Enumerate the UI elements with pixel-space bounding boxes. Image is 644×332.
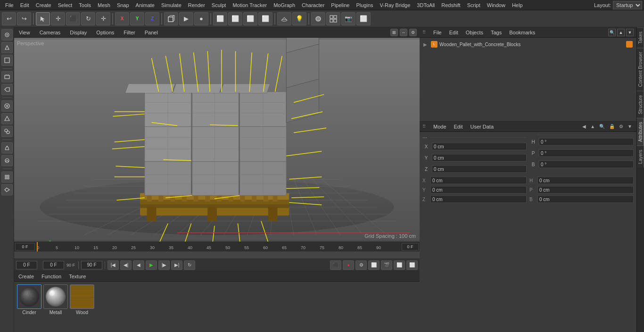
mat-menu-texture[interactable]: Texture (67, 273, 87, 280)
move-tool[interactable]: ✛ (51, 12, 65, 25)
attr-settings[interactable]: ⚙ (618, 124, 625, 129)
keyframe-btn[interactable]: ⬛ (330, 260, 341, 270)
attr-menu-mode[interactable]: Mode (432, 123, 448, 130)
floor-btn[interactable] (277, 12, 291, 25)
attr-input-x-pos[interactable] (432, 143, 527, 150)
menu-redshift[interactable]: Redshift (438, 1, 463, 9)
timeline-view-btn[interactable]: ⬜ (394, 260, 405, 270)
attr-lock[interactable]: 🔒 (608, 124, 616, 129)
left-tool-live[interactable] (1, 71, 13, 82)
menu-sculpt[interactable]: Sculpt (208, 1, 230, 9)
y-axis-btn[interactable]: Y (130, 12, 144, 25)
prev-play-btn[interactable]: ◀ (133, 260, 144, 270)
z-axis-btn[interactable]: Z (145, 12, 159, 25)
left-tool-9[interactable] (1, 184, 13, 195)
extra-btn[interactable]: ⬜ (356, 12, 371, 25)
objects-menu-tags[interactable]: Tags (489, 29, 503, 36)
menu-help[interactable]: Help (509, 1, 526, 9)
undo-button[interactable]: ↩ (2, 12, 16, 25)
vtab-structure[interactable]: Structure (637, 91, 644, 118)
render-to[interactable]: ⬜ (243, 12, 257, 25)
select-tool[interactable] (36, 12, 50, 25)
record-anim-btn[interactable]: ● (343, 260, 354, 270)
attr-menu-userdata[interactable]: User Data (469, 123, 495, 130)
menu-file[interactable]: File (2, 1, 17, 9)
left-tool-6[interactable] (1, 142, 13, 154)
timeline-track[interactable] (14, 251, 420, 259)
left-tool-5[interactable] (1, 126, 13, 137)
viewport-menu-view[interactable]: View (17, 29, 32, 36)
layout-select[interactable]: Startup (613, 1, 642, 9)
frame-start-input[interactable] (16, 261, 37, 269)
auto-key-btn[interactable]: ⚙ (355, 260, 367, 270)
menu-select[interactable]: Select (55, 1, 76, 9)
vtab-takes[interactable]: Takes (637, 27, 644, 48)
timeline-key-btn[interactable]: ⬜ (368, 260, 380, 270)
material-btn[interactable] (311, 12, 325, 25)
render-view[interactable]: ⬜ (228, 12, 242, 25)
attr-input-y2[interactable] (430, 186, 527, 194)
vp-expand[interactable]: ↔ (400, 29, 407, 36)
left-tool-7[interactable] (1, 155, 13, 166)
material-wood[interactable]: Wood (70, 284, 94, 315)
play-btn-main[interactable]: ▶ (146, 260, 157, 270)
vp-settings[interactable]: ⚙ (409, 29, 417, 36)
viewport-menu-filter[interactable]: Filter (122, 29, 137, 36)
left-tool-polygons[interactable] (1, 55, 13, 66)
object-color-pallet[interactable] (626, 41, 633, 48)
attr-search[interactable]: 🔍 (598, 124, 606, 129)
menu-simulate[interactable]: Simulate (158, 1, 185, 9)
objects-menu-objects[interactable]: Objects (464, 29, 485, 36)
cube-btn[interactable] (164, 12, 178, 25)
vtab-content-browser[interactable]: Content Browser (637, 48, 644, 90)
viewport-menu-options[interactable]: Options (94, 29, 116, 36)
viewport-menu-panel[interactable]: Panel (143, 29, 160, 36)
attr-input-z2[interactable] (430, 195, 527, 203)
objects-search[interactable]: 🔍 (608, 29, 616, 36)
mat-menu-function[interactable]: Function (40, 273, 63, 280)
objects-more[interactable]: ▼ (626, 29, 634, 36)
viewport-menu-cameras[interactable]: Cameras (38, 29, 63, 36)
objects-menu-edit[interactable]: Edit (448, 29, 460, 36)
menu-mesh[interactable]: Mesh (94, 1, 114, 9)
mat-menu-create[interactable]: Create (17, 273, 35, 280)
menu-snap[interactable]: Snap (114, 1, 132, 9)
frame-current-input[interactable] (43, 261, 64, 269)
rotate-tool[interactable]: ↻ (81, 12, 95, 25)
object-row-pallet[interactable]: ▶ L Wooden_Pallet_with_Concrete_Blocks (421, 40, 635, 49)
menu-vray[interactable]: V-Ray Bridge (377, 1, 414, 9)
frame-end-input[interactable] (81, 261, 102, 269)
camera-btn[interactable]: 📷 (341, 12, 355, 25)
menu-motion-tracker[interactable]: Motion Tracker (229, 1, 270, 9)
play-btn-2[interactable]: ▶ (179, 12, 193, 25)
vp-maximize[interactable]: ⊠ (390, 29, 398, 36)
viewport-menu-display[interactable]: Display (68, 29, 89, 36)
objects-sort[interactable]: ▲ (617, 29, 625, 36)
redo-button[interactable]: ↪ (17, 12, 31, 25)
timeline-ruler[interactable]: 0 5 10 15 20 25 30 35 40 45 50 55 60 65 (14, 242, 420, 251)
attr-more[interactable]: ▼ (626, 124, 634, 129)
render-timeline-btn[interactable]: ⬜ (406, 260, 418, 270)
vtab-layers[interactable]: Layers (637, 146, 644, 168)
left-tool-tweak[interactable] (1, 84, 13, 95)
attr-input-z-pos[interactable] (432, 165, 527, 173)
transform-tool[interactable]: ✛ (96, 12, 110, 25)
menu-plugins[interactable]: Plugins (353, 1, 376, 9)
menu-tools[interactable]: Tools (75, 1, 94, 9)
objects-menu-file[interactable]: File (432, 29, 443, 36)
left-tool-edges[interactable] (1, 42, 13, 53)
menu-script[interactable]: Script (464, 1, 484, 9)
attr-input-y-pos[interactable] (432, 154, 527, 162)
loop-btn[interactable]: ↻ (184, 260, 195, 270)
attr-input-b[interactable] (539, 161, 634, 168)
motion-clip-btn[interactable]: 🎬 (381, 260, 392, 270)
menu-animate[interactable]: Animate (132, 1, 158, 9)
scale-tool[interactable]: ⬛ (66, 12, 80, 25)
prev-frame-btn[interactable]: ◀| (120, 260, 132, 270)
next-frame-btn[interactable]: |▶ (158, 260, 170, 270)
menu-edit[interactable]: Edit (17, 1, 33, 9)
attr-input-p2[interactable] (537, 186, 634, 194)
attr-input-h[interactable] (539, 138, 634, 146)
objects-menu-bookmarks[interactable]: Bookmarks (508, 29, 537, 36)
menu-window[interactable]: Window (484, 1, 509, 9)
